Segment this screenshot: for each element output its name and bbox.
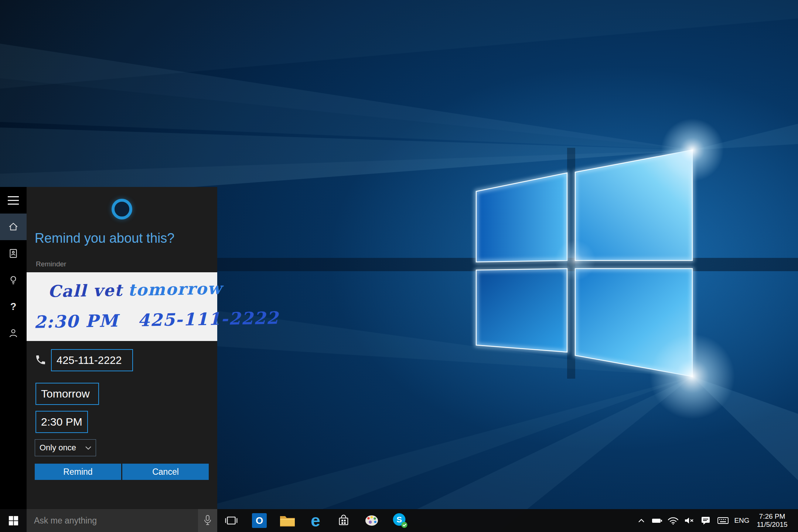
panel-title: Remind you about this? xyxy=(35,231,174,246)
taskbar-item-edge[interactable]: e xyxy=(301,509,330,532)
ink-text-time: 2:30 PM xyxy=(34,311,119,332)
hamburger-icon xyxy=(8,196,19,205)
reminder-date-field[interactable]: Tomorrow xyxy=(35,383,99,405)
battery-icon xyxy=(652,517,662,524)
taskbar-item-file-explorer[interactable] xyxy=(273,509,301,532)
action-center-icon xyxy=(700,516,711,525)
task-view-button[interactable] xyxy=(217,509,245,532)
reminder-time-field[interactable]: 2:30 PM xyxy=(35,411,88,433)
hamburger-menu-button[interactable] xyxy=(0,187,27,214)
recurrence-value: Only once xyxy=(40,443,76,453)
ink-text-phone: 425-111-2222 xyxy=(137,308,279,330)
start-button[interactable] xyxy=(0,509,27,532)
paint-palette-icon xyxy=(364,514,379,527)
microphone-button[interactable] xyxy=(198,509,217,532)
file-explorer-icon xyxy=(279,514,296,527)
keyboard-icon xyxy=(717,516,729,525)
battery-indicator[interactable] xyxy=(649,509,665,532)
clock-time: 7:26 PM xyxy=(751,512,793,521)
phone-number-field[interactable]: 425-111-2222 xyxy=(51,349,133,371)
handwritten-ink-note[interactable]: Call vettomorrow 2:30 PM425-111-2222 xyxy=(27,272,217,341)
taskbar-item-paint[interactable] xyxy=(358,509,386,532)
taskbar-item-outlook[interactable]: O xyxy=(245,509,273,532)
home-icon xyxy=(8,221,19,232)
outlook-glyph: O xyxy=(256,515,263,526)
volume-muted-icon xyxy=(684,516,695,525)
language-indicator[interactable]: ENG xyxy=(732,509,751,532)
hidden-icons-button[interactable] xyxy=(634,509,649,532)
sidebar-item-profile[interactable] xyxy=(0,320,27,347)
profile-icon xyxy=(8,328,19,339)
desktop: ? Remind you about this? Reminder Call v… xyxy=(0,0,798,532)
skype-icon: S xyxy=(392,512,408,529)
action-center-button[interactable] xyxy=(698,509,714,532)
chevron-down-icon xyxy=(85,446,91,450)
phone-icon xyxy=(35,354,47,366)
microphone-icon xyxy=(203,515,212,526)
sidebar-item-feedback[interactable]: ? xyxy=(0,293,27,320)
recurrence-dropdown[interactable]: Only once xyxy=(35,439,96,456)
store-icon xyxy=(337,514,350,527)
chevron-up-icon xyxy=(638,518,645,523)
ink-text-call-vet: Call vet xyxy=(48,281,123,301)
outlook-icon: O xyxy=(252,513,267,528)
sidebar-item-home[interactable] xyxy=(0,214,27,240)
ink-text-tomorrow: tomorrow xyxy=(128,279,222,299)
cortana-reminder-panel: Remind you about this? Reminder Call vet… xyxy=(27,187,217,509)
touch-keyboard-button[interactable] xyxy=(714,509,732,532)
wifi-indicator[interactable] xyxy=(665,509,681,532)
cortana-sidebar: ? xyxy=(0,187,27,509)
skype-status-check-icon xyxy=(401,522,407,528)
wifi-icon xyxy=(667,516,679,525)
cancel-button[interactable]: Cancel xyxy=(122,464,209,480)
system-tray: ENG 7:26 PM 11/5/2015 xyxy=(634,509,798,532)
reminder-section-label: Reminder xyxy=(36,260,66,268)
reminders-icon xyxy=(8,274,19,286)
feedback-icon: ? xyxy=(10,301,17,313)
svg-text:S: S xyxy=(396,515,402,524)
taskbar-item-skype[interactable]: S xyxy=(386,509,414,532)
search-input[interactable] xyxy=(27,509,194,532)
remind-button[interactable]: Remind xyxy=(35,464,121,480)
windows-start-icon xyxy=(8,515,18,526)
ink-line-1: Call vettomorrow xyxy=(48,279,222,301)
cortana-search-box xyxy=(27,509,217,532)
sidebar-item-notebook[interactable] xyxy=(0,240,27,267)
edge-icon: e xyxy=(311,512,320,529)
ink-line-2: 2:30 PM425-111-2222 xyxy=(34,308,279,332)
clock-date: 11/5/2015 xyxy=(751,521,793,529)
sidebar-item-reminders[interactable] xyxy=(0,267,27,293)
task-view-icon xyxy=(225,515,238,526)
notebook-icon xyxy=(8,248,19,259)
clock[interactable]: 7:26 PM 11/5/2015 xyxy=(751,512,793,529)
taskbar-app-icons: O e xyxy=(217,509,414,532)
volume-control[interactable] xyxy=(681,509,698,532)
taskbar-item-store[interactable] xyxy=(330,509,358,532)
cortana-logo-icon xyxy=(112,199,132,219)
